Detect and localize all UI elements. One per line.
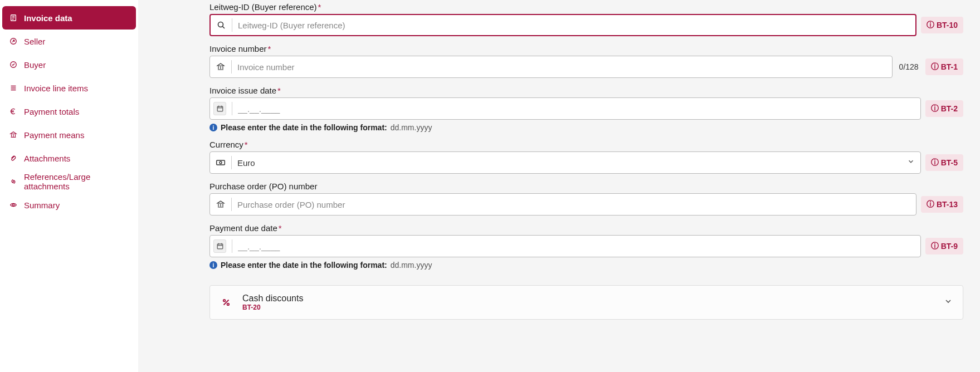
cash-discounts-title: Cash discounts [242, 293, 303, 304]
bank-icon [9, 130, 18, 139]
sidebar-item-line-items[interactable]: Invoice line items [2, 76, 136, 100]
due-date-hint: i Please enter the date in the following… [209, 261, 963, 270]
due-date-input[interactable] [238, 242, 914, 251]
svg-point-23 [223, 300, 226, 302]
leitweg-input-group[interactable] [209, 14, 916, 36]
sidebar-item-label: Invoice data [24, 13, 72, 23]
paperclip-icon [9, 154, 18, 163]
sidebar-item-buyer[interactable]: Buyer [2, 53, 136, 76]
sidebar-item-seller[interactable]: Seller [2, 30, 136, 53]
eye-icon [9, 200, 18, 209]
currency-value: Euro [237, 158, 901, 168]
sidebar-item-attachments[interactable]: Attachments [2, 146, 136, 170]
issue-date-label: Invoice issue date* [209, 86, 963, 95]
bt-badge-invoice-number[interactable]: ⓘ BT-1 [925, 58, 963, 75]
percent-icon [220, 296, 232, 309]
main-content: Leitweg-ID (Buyer reference)* ⓘ BT-10 In… [138, 0, 980, 372]
sidebar-item-label: References/Large attachments [24, 172, 129, 191]
invoice-number-counter: 0/128 [897, 62, 921, 71]
svg-rect-16 [217, 160, 225, 165]
calendar-icon[interactable] [213, 102, 226, 115]
sidebar-item-payment-means[interactable]: Payment means [2, 123, 136, 146]
info-icon: ⓘ [931, 241, 939, 251]
sidebar-item-payment-totals[interactable]: Payment totals [2, 100, 136, 123]
cash-icon [216, 158, 226, 168]
svg-point-10 [218, 22, 223, 27]
calendar-icon[interactable] [213, 239, 226, 253]
bank-icon [216, 62, 226, 72]
bt-badge-issue-date[interactable]: ⓘ BT-2 [925, 100, 963, 117]
euro-icon [9, 107, 18, 116]
bt-badge-currency[interactable]: ⓘ BT-5 [925, 154, 963, 171]
cash-discounts-bt: BT-20 [242, 304, 303, 311]
bt-badge-leitweg[interactable]: ⓘ BT-10 [921, 17, 963, 33]
sidebar-item-label: Seller [24, 37, 45, 46]
info-icon: ⓘ [931, 104, 939, 114]
issue-date-input-group[interactable] [209, 97, 921, 120]
sidebar: Invoice data Seller Buyer Invoice line i… [0, 0, 138, 372]
svg-point-9 [12, 204, 14, 206]
info-icon: i [209, 124, 217, 131]
chevron-down-icon [944, 297, 953, 308]
info-icon: ⓘ [931, 62, 939, 72]
sidebar-item-label: Payment totals [24, 107, 79, 116]
sidebar-item-label: Invoice line items [24, 84, 88, 93]
check-circle-icon [9, 60, 18, 69]
chevron-down-icon [907, 158, 915, 168]
link-icon [9, 177, 18, 186]
svg-point-24 [227, 304, 230, 306]
due-date-input-group[interactable] [209, 235, 921, 257]
search-icon [216, 20, 226, 30]
invoice-number-input[interactable] [237, 62, 886, 72]
list-icon [9, 84, 18, 92]
invoice-number-input-group[interactable] [209, 56, 893, 78]
svg-line-22 [224, 300, 229, 305]
leitweg-label: Leitweg-ID (Buyer reference)* [209, 2, 963, 12]
po-number-label: Purchase order (PO) number [209, 182, 963, 191]
sidebar-item-label: Summary [24, 200, 60, 210]
po-number-input-group[interactable] [209, 193, 916, 216]
issue-date-input[interactable] [238, 104, 914, 114]
due-date-label: Payment due date* [209, 223, 963, 233]
svg-line-11 [223, 27, 225, 29]
currency-select[interactable]: Euro [209, 151, 921, 174]
arrow-out-icon [9, 37, 18, 46]
bank-icon [216, 199, 226, 209]
invoice-number-label: Invoice number* [209, 44, 963, 53]
svg-point-17 [220, 161, 222, 164]
bt-badge-po-number[interactable]: ⓘ BT-13 [921, 196, 963, 213]
sidebar-item-summary[interactable]: Summary [2, 193, 136, 217]
info-icon: ⓘ [931, 158, 939, 168]
info-icon: ⓘ [927, 199, 934, 209]
document-icon [9, 13, 18, 22]
issue-date-hint: i Please enter the date in the following… [209, 123, 963, 132]
po-number-input[interactable] [237, 200, 910, 209]
info-icon: ⓘ [927, 20, 934, 30]
leitweg-input[interactable] [238, 21, 910, 30]
sidebar-item-references[interactable]: References/Large attachments [2, 170, 136, 193]
currency-label: Currency* [209, 140, 963, 149]
svg-rect-12 [217, 106, 223, 111]
bt-badge-due-date[interactable]: ⓘ BT-9 [925, 238, 963, 254]
sidebar-item-label: Payment means [24, 130, 84, 140]
cash-discounts-panel[interactable]: Cash discounts BT-20 [209, 285, 963, 320]
sidebar-item-label: Attachments [24, 154, 70, 163]
sidebar-item-invoice-data[interactable]: Invoice data [2, 6, 136, 30]
sidebar-item-label: Buyer [24, 60, 46, 70]
svg-rect-18 [217, 244, 223, 249]
info-icon: i [209, 261, 217, 269]
